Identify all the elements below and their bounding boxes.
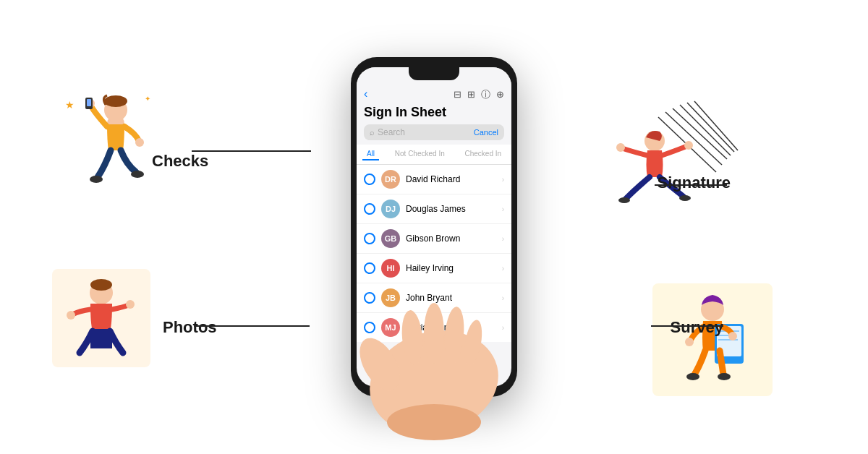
chevron-right-icon: ›	[502, 205, 504, 213]
svg-point-25	[67, 311, 75, 320]
illustration-yoga-person	[615, 94, 760, 224]
attendee-avatar: DR	[381, 170, 400, 189]
search-bar[interactable]: ⌕ Search Cancel	[364, 124, 504, 140]
feature-label-signature: Signature	[658, 174, 731, 192]
phone-screen: ‹ ⊟ ⊞ ⓘ ⊕ Sign In Sheet ⌕ Search Cancel …	[357, 67, 511, 387]
info-icon[interactable]: ⓘ	[481, 90, 490, 99]
svg-point-21	[684, 141, 693, 150]
add-icon[interactable]: ⊕	[496, 90, 504, 99]
attendee-checkbox[interactable]	[364, 203, 375, 215]
back-button[interactable]: ‹	[364, 87, 367, 100]
attendee-avatar: HI	[381, 259, 400, 278]
attendee-name: Hailey Irving	[406, 263, 496, 273]
svg-line-13	[687, 103, 734, 152]
svg-point-2	[104, 95, 127, 107]
attendee-avatar: JB	[381, 288, 400, 307]
search-placeholder-text: Search	[378, 127, 471, 137]
chevron-right-icon: ›	[502, 235, 504, 243]
svg-point-19	[679, 195, 691, 201]
attendee-list: DRDavid Richard›DJDouglas James›GBGibson…	[357, 165, 511, 342]
search-icon: ⌕	[370, 128, 375, 137]
attendee-name: David Richard	[406, 174, 496, 184]
feature-label-survey: Survey	[671, 318, 723, 337]
svg-point-44	[387, 404, 481, 440]
svg-point-6	[131, 171, 144, 178]
attendee-name: Douglas James	[406, 204, 496, 214]
illustration-tablet-reader	[651, 282, 774, 398]
attendee-row[interactable]: GBGibson Brown›	[357, 224, 511, 254]
chevron-right-icon: ›	[502, 176, 504, 184]
grid-icon[interactable]: ⊞	[467, 90, 475, 99]
svg-point-5	[90, 176, 103, 183]
phone-shell: ‹ ⊟ ⊞ ⓘ ⊕ Sign In Sheet ⌕ Search Cancel …	[351, 57, 517, 397]
attendee-row[interactable]: JBJohn Bryant›	[357, 283, 511, 313]
tab-bar: All Not Checked In Checked In	[357, 145, 511, 165]
attendee-name: John Bryant	[406, 293, 496, 303]
app-title: Sign In Sheet	[357, 105, 511, 124]
svg-point-17	[644, 131, 665, 151]
attendee-checkbox[interactable]	[364, 233, 375, 244]
svg-line-15	[665, 112, 722, 165]
tab-all[interactable]: All	[362, 148, 379, 160]
illustration-jumping-person: ★ ✦	[51, 72, 166, 202]
svg-point-18	[618, 197, 630, 203]
svg-text:★: ★	[65, 99, 75, 111]
illustration-sitting-person	[51, 267, 152, 369]
svg-line-14	[694, 101, 738, 150]
filter-icon[interactable]: ⊟	[454, 90, 461, 99]
attendee-row[interactable]: DRDavid Richard›	[357, 165, 511, 194]
attendee-checkbox[interactable]	[364, 174, 375, 185]
svg-line-12	[680, 105, 731, 155]
attendee-checkbox[interactable]	[364, 262, 375, 274]
feature-label-checks: Checks	[152, 152, 208, 171]
svg-point-37	[718, 373, 731, 380]
svg-point-26	[126, 300, 135, 309]
tab-not-checked-in[interactable]: Not Checked In	[391, 148, 449, 160]
feature-label-photos: Photos	[163, 318, 217, 337]
svg-rect-7	[85, 98, 93, 109]
attendee-avatar: DJ	[381, 200, 400, 218]
tab-checked-in[interactable]: Checked In	[461, 148, 506, 160]
svg-point-24	[90, 279, 112, 291]
attendee-name: Maria Johnson	[406, 322, 496, 333]
chevron-right-icon: ›	[502, 294, 504, 302]
svg-point-23	[90, 281, 113, 304]
chevron-right-icon: ›	[502, 324, 504, 332]
attendee-avatar: GB	[381, 229, 400, 248]
attendee-checkbox[interactable]	[364, 322, 375, 333]
svg-point-36	[686, 373, 699, 380]
attendee-row[interactable]: MJMaria Johnson›	[357, 313, 511, 342]
svg-point-20	[616, 143, 625, 152]
phone-mockup: ‹ ⊟ ⊞ ⓘ ⊕ Sign In Sheet ⌕ Search Cancel …	[351, 57, 517, 397]
svg-rect-8	[87, 99, 91, 106]
svg-line-16	[658, 117, 716, 172]
svg-point-34	[685, 338, 694, 346]
search-cancel-button[interactable]: Cancel	[474, 128, 498, 137]
svg-point-0	[107, 114, 124, 134]
svg-line-11	[673, 108, 727, 159]
svg-rect-27	[652, 283, 773, 396]
svg-point-3	[86, 99, 95, 108]
attendee-name: Gibson Brown	[406, 234, 496, 244]
connector-left-top	[192, 150, 311, 152]
svg-text:✦: ✦	[145, 95, 150, 103]
svg-point-1	[104, 98, 127, 121]
chevron-right-icon: ›	[502, 265, 504, 273]
svg-point-4	[135, 138, 144, 147]
svg-rect-22	[52, 269, 150, 367]
attendee-checkbox[interactable]	[364, 292, 375, 304]
attendee-row[interactable]: HIHailey Irving›	[357, 254, 511, 283]
header-icons: ⊟ ⊞ ⓘ ⊕	[454, 90, 504, 99]
phone-notch	[409, 67, 459, 80]
attendee-row[interactable]: DJDouglas James›	[357, 194, 511, 224]
svg-point-35	[728, 332, 737, 340]
attendee-avatar: MJ	[381, 318, 400, 337]
